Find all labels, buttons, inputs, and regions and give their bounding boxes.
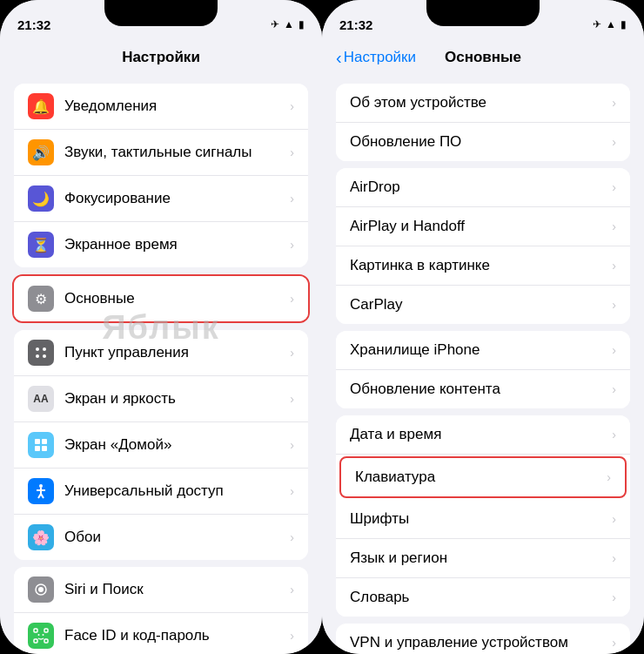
item-label-vpn: VPN и управление устройством xyxy=(350,634,608,651)
settings-item-about[interactable]: Об этом устройстве › xyxy=(336,84,630,123)
chevron-notifications: › xyxy=(290,99,294,113)
screentime-icon: ⏳ xyxy=(28,232,54,258)
back-button[interactable]: ‹ Настройки xyxy=(336,48,416,68)
item-label-carplay: CarPlay xyxy=(350,296,608,314)
item-label-general: Основные xyxy=(64,290,286,307)
item-label-homescreen: Экран «Домой» xyxy=(64,436,286,454)
settings-item-homescreen[interactable]: Экран «Домой» › xyxy=(14,422,308,469)
chevron-pip: › xyxy=(612,259,616,273)
section-group-r4: Дата и время › Клавиатура › Шрифты › Язы… xyxy=(336,415,630,617)
item-label-faceid: Face ID и код-пароль xyxy=(64,627,286,644)
status-icons-right: ✈ ▲ ▮ xyxy=(593,18,627,30)
settings-item-fonts[interactable]: Шрифты › xyxy=(336,500,630,539)
settings-item-screentime[interactable]: ⏳ Экранное время › xyxy=(14,222,308,267)
chevron-datetime: › xyxy=(612,428,616,442)
svg-point-14 xyxy=(38,587,44,592)
svg-rect-4 xyxy=(35,439,40,444)
chevron-carplay: › xyxy=(612,298,616,312)
item-label-accessibility: Универсальный доступ xyxy=(64,482,286,500)
siri-icon xyxy=(28,576,54,603)
chevron-focus: › xyxy=(290,192,294,206)
wifi-icon-right: ▲ xyxy=(606,18,616,30)
svg-point-0 xyxy=(36,347,39,351)
settings-item-pip[interactable]: Картинка в картинке › xyxy=(336,246,630,286)
svg-rect-7 xyxy=(42,446,47,451)
settings-item-dictionary[interactable]: Словарь › xyxy=(336,578,630,617)
item-label-control: Пункт управления xyxy=(64,344,286,361)
settings-item-softwareupdate[interactable]: Обновление ПО › xyxy=(336,123,630,161)
settings-item-sounds[interactable]: 🔊 Звуки, тактильные сигналы › xyxy=(14,130,308,176)
chevron-control: › xyxy=(290,346,294,360)
settings-item-control[interactable]: Пункт управления › xyxy=(14,330,308,376)
chevron-vpn: › xyxy=(612,636,616,650)
chevron-sounds: › xyxy=(290,145,294,159)
item-label-datetime: Дата и время xyxy=(350,426,608,443)
faceid-icon xyxy=(28,623,54,649)
item-label-about: Об этом устройстве xyxy=(350,94,608,111)
notch-right xyxy=(426,0,540,26)
settings-item-display[interactable]: AA Экран и яркость › xyxy=(14,376,308,422)
settings-item-airplay[interactable]: AirPlay и Handoff › xyxy=(336,207,630,246)
settings-item-general[interactable]: ⚙ Основные › xyxy=(14,276,308,321)
wifi-icon: ▲ xyxy=(284,18,294,30)
settings-item-storage[interactable]: Хранилище iPhone › xyxy=(336,331,630,370)
notch xyxy=(104,0,218,26)
chevron-fonts: › xyxy=(612,512,616,526)
chevron-wallpaper: › xyxy=(290,530,294,544)
right-phone: 21:32 ✈ ▲ ▮ ‹ Настройки Основные Об этом… xyxy=(322,0,644,654)
svg-line-12 xyxy=(41,494,44,498)
settings-item-siri[interactable]: Siri и Поиск › xyxy=(14,567,308,613)
chevron-siri: › xyxy=(290,583,294,597)
item-label-screentime: Экранное время xyxy=(64,236,286,253)
svg-point-19 xyxy=(38,634,40,636)
svg-rect-6 xyxy=(35,446,40,451)
settings-item-vpn[interactable]: VPN и управление устройством › xyxy=(336,624,630,654)
settings-item-airdrop[interactable]: AirDrop › xyxy=(336,168,630,207)
settings-item-faceid[interactable]: Face ID и код-пароль › xyxy=(14,613,308,654)
item-label-fonts: Шрифты xyxy=(350,510,608,528)
chevron-dictionary: › xyxy=(612,590,616,604)
chevron-airdrop: › xyxy=(612,180,616,194)
status-time-left: 21:32 xyxy=(17,17,50,32)
page-title-left: Настройки xyxy=(122,49,200,66)
svg-point-1 xyxy=(43,347,46,351)
item-label-wallpaper: Обои xyxy=(64,529,286,546)
settings-item-language[interactable]: Язык и регион › xyxy=(336,539,630,578)
item-label-sounds: Звуки, тактильные сигналы xyxy=(64,144,286,161)
chevron-language: › xyxy=(612,551,616,565)
svg-point-8 xyxy=(39,484,43,488)
status-time-right: 21:32 xyxy=(339,17,372,32)
wallpaper-icon: 🌸 xyxy=(28,524,54,550)
item-label-contentupdate: Обновление контента xyxy=(350,381,608,398)
item-label-airdrop: AirDrop xyxy=(350,179,608,196)
settings-item-contentupdate[interactable]: Обновление контента › xyxy=(336,370,630,408)
svg-rect-16 xyxy=(44,629,48,632)
settings-item-focus[interactable]: 🌙 Фокусирование › xyxy=(14,176,308,222)
settings-item-wallpaper[interactable]: 🌸 Обои › xyxy=(14,515,308,560)
accessibility-icon xyxy=(28,478,54,504)
left-phone: 21:32 ✈ ▲ ▮ Настройки Яблык 🔔 Уведомлени… xyxy=(0,0,322,654)
settings-list-right: Об этом устройстве › Обновление ПО › Air… xyxy=(322,77,644,654)
settings-item-keyboard[interactable]: Клавиатура › xyxy=(339,456,627,498)
battery-icon: ▮ xyxy=(299,18,305,30)
section-group-3: Пункт управления › AA Экран и яркость › … xyxy=(14,330,308,560)
chevron-faceid: › xyxy=(290,629,294,643)
back-chevron-icon: ‹ xyxy=(336,48,342,68)
chevron-softwareupdate: › xyxy=(612,135,616,149)
nav-header-left: Настройки xyxy=(0,38,322,77)
chevron-about: › xyxy=(612,96,616,110)
chevron-keyboard: › xyxy=(607,470,611,484)
status-icons-left: ✈ ▲ ▮ xyxy=(271,18,305,30)
svg-rect-18 xyxy=(44,639,48,643)
battery-icon-right: ▮ xyxy=(621,18,627,30)
chevron-storage: › xyxy=(612,343,616,357)
settings-item-datetime[interactable]: Дата и время › xyxy=(336,415,630,455)
plane-icon: ✈ xyxy=(271,18,279,30)
plane-icon-right: ✈ xyxy=(593,18,601,30)
settings-item-notifications[interactable]: 🔔 Уведомления › xyxy=(14,84,308,130)
item-label-keyboard: Клавиатура xyxy=(355,469,603,486)
chevron-general: › xyxy=(290,292,294,306)
settings-item-carplay[interactable]: CarPlay › xyxy=(336,286,630,324)
item-label-dictionary: Словарь xyxy=(350,589,608,606)
settings-item-accessibility[interactable]: Универсальный доступ › xyxy=(14,469,308,515)
